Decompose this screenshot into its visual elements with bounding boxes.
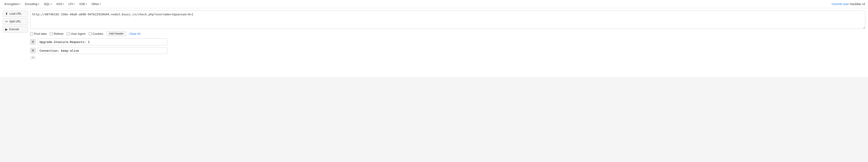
execute-label: Execute (9, 28, 19, 31)
xss-chevron-icon: ▾ (63, 3, 64, 5)
url-area: Post data Referer User Agent Cookies Add… (30, 10, 865, 75)
user-agent-checkbox-label[interactable]: User Agent (67, 32, 85, 35)
header-input-1[interactable] (37, 38, 167, 45)
commit-now-link[interactable]: Commit now! (832, 2, 849, 6)
load-url-icon: ⬆ (5, 12, 8, 16)
clear-all-button[interactable]: Clear All (129, 32, 141, 35)
lfi-label: LFI (69, 2, 73, 6)
header-input-2[interactable] (37, 47, 167, 54)
hackbar-version-label: HackBar v2 (850, 2, 865, 6)
encryption-label: Encryption (5, 2, 19, 6)
encryption-chevron-icon: ▾ (19, 3, 20, 5)
nav-item-encoding[interactable]: Encoding ▾ (23, 1, 41, 7)
post-data-checkbox[interactable] (30, 32, 33, 35)
nav-item-xxe[interactable]: XXE ▾ (77, 1, 89, 7)
navbar-right: Commit now! HackBar v2 (832, 2, 865, 6)
referer-checkbox[interactable] (50, 32, 53, 35)
nav-item-lfi[interactable]: LFI ▾ (67, 1, 76, 7)
encoding-label: Encoding (25, 2, 37, 6)
lfi-chevron-icon: ▾ (73, 3, 74, 5)
sidebar-buttons: ⬆ Load URL ✂ Split URL ▶ Execute (3, 10, 28, 75)
post-data-checkbox-label[interactable]: Post data (30, 32, 46, 35)
navbar: Encryption ▾ Encoding ▾ SQL ▾ XSS ▾ LFI … (0, 0, 868, 8)
split-url-icon: ✂ (5, 20, 8, 23)
cookies-checkbox[interactable] (89, 32, 92, 35)
header-row-2: H (30, 47, 167, 54)
split-url-label: Split URL (9, 20, 21, 23)
encoding-chevron-icon: ▾ (38, 3, 39, 5)
navbar-items: Encryption ▾ Encoding ▾ SQL ▾ XSS ▾ LFI … (3, 1, 103, 7)
referer-label: Referer (54, 32, 64, 35)
nav-item-other[interactable]: Other ▾ (90, 1, 103, 7)
header-h-badge-1: H (30, 39, 36, 45)
add-header-button[interactable]: Add Header (106, 31, 126, 36)
nav-item-encryption[interactable]: Encryption ▾ (3, 1, 22, 7)
other-chevron-icon: ▾ (100, 3, 101, 5)
options-row: Post data Referer User Agent Cookies Add… (30, 31, 865, 36)
user-agent-checkbox[interactable] (67, 32, 70, 35)
header-h-badge-2: H (30, 48, 36, 53)
referer-checkbox-label[interactable]: Referer (50, 32, 64, 35)
add-header-label: Add Header (109, 32, 124, 35)
other-label: Other (91, 2, 99, 6)
execute-icon: ▶ (5, 27, 8, 31)
post-data-label: Post data (34, 32, 46, 35)
nav-item-xss[interactable]: XSS ▾ (54, 1, 66, 7)
header-row-partial: H (30, 56, 167, 59)
clear-all-label: Clear All (129, 32, 141, 35)
header-h-badge-partial: H (30, 56, 36, 59)
load-url-button[interactable]: ⬆ Load URL (3, 10, 28, 17)
cookies-label: Cookies (93, 32, 103, 35)
xxe-label: XXE (79, 2, 85, 6)
xxe-chevron-icon: ▾ (86, 3, 87, 5)
user-agent-label: User Agent (71, 32, 85, 35)
header-rows: H H H (30, 38, 865, 59)
split-url-button[interactable]: ✂ Split URL (3, 18, 28, 25)
load-url-label: Load URL (9, 12, 22, 15)
xss-label: XSS (56, 2, 62, 6)
execute-button[interactable]: ▶ Execute (3, 26, 28, 32)
sql-chevron-icon: ▾ (51, 3, 52, 5)
main-content: ⬆ Load URL ✂ Split URL ▶ Execute Post da… (0, 8, 868, 77)
url-textarea[interactable] (30, 10, 865, 29)
sql-label: SQL (44, 2, 50, 6)
nav-item-sql[interactable]: SQL ▾ (42, 1, 54, 7)
cookies-checkbox-label[interactable]: Cookies (89, 32, 103, 35)
header-row-1: H (30, 38, 167, 45)
